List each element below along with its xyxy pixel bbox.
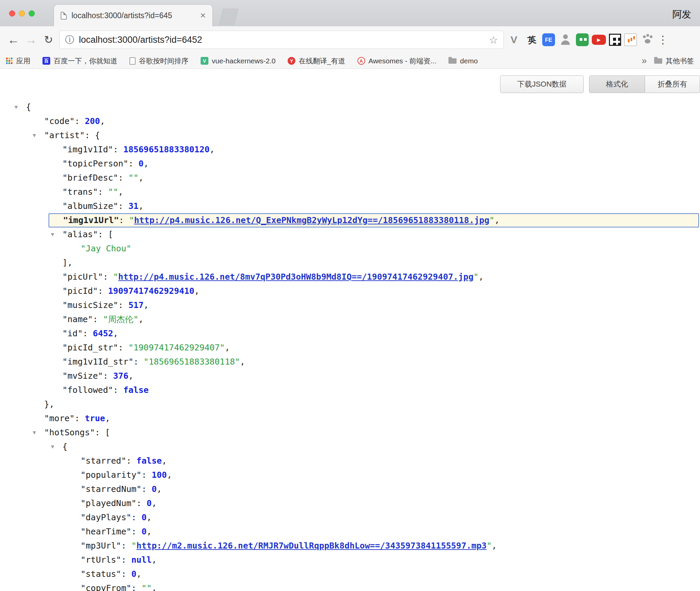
tab-close-icon[interactable]: × xyxy=(200,11,206,20)
json-token-bool: true xyxy=(85,413,105,423)
json-token-num: 0 xyxy=(132,569,137,579)
youdao-icon: Y xyxy=(288,57,295,65)
json-token-punct: : xyxy=(75,413,85,423)
json-token-punct: { xyxy=(26,102,31,112)
bookmark-item[interactable]: 谷歌按时间排序 xyxy=(129,56,188,66)
json-token-punct: : xyxy=(83,329,93,338)
json-token-punct: : xyxy=(121,555,131,565)
paw-icon[interactable] xyxy=(640,32,655,47)
green-extension-icon[interactable] xyxy=(576,33,589,46)
json-url-link[interactable]: http://p4.music.126.net/Q_ExePNkmgB2yWyL… xyxy=(134,215,490,225)
address-bar[interactable]: ⓘ localhost:3000/artists?id=6452 ☆ xyxy=(59,31,504,49)
json-line: "img1v1Id_str": "18569651883380118", xyxy=(0,355,700,369)
youdao-translate-pen-icon[interactable]: 英 xyxy=(524,32,539,47)
json-token-punct: , xyxy=(152,555,157,565)
fe-extension-icon[interactable]: FE xyxy=(542,33,555,46)
json-token-key: "picUrl" xyxy=(62,272,103,282)
collapse-all-button[interactable]: 折叠所有 xyxy=(645,75,700,93)
json-token-punct: : xyxy=(132,583,142,591)
json-token-punct: : xyxy=(118,343,128,352)
json-token-str: "19097417462929407" xyxy=(128,343,225,352)
collapse-arrow-icon[interactable]: ▼ xyxy=(51,227,54,242)
json-token-punct: , xyxy=(167,470,172,480)
youtube-icon[interactable]: ▶ xyxy=(592,35,606,45)
page-info-icon[interactable]: ⓘ xyxy=(65,34,74,46)
json-token-num: 0 xyxy=(147,498,152,508)
bookmark-item[interactable]: AAwesomes - 前端资... xyxy=(357,56,437,66)
youdao-translate-pen-icon-glyph: 英 xyxy=(527,35,536,44)
json-token-num: 0 xyxy=(142,527,147,536)
back-button[interactable]: ← xyxy=(5,33,22,47)
close-window-button[interactable] xyxy=(9,10,15,17)
json-line: "id": 6452, xyxy=(0,326,700,341)
minimize-window-button[interactable] xyxy=(19,10,25,17)
json-url-link[interactable]: http://p4.music.126.net/8mv7qP30Pd3oHW8b… xyxy=(118,272,474,282)
bookmark-item[interactable]: Y在线翻译_有道 xyxy=(288,56,345,66)
json-token-str: "" xyxy=(108,187,118,197)
json-line: ▼{ xyxy=(0,440,700,454)
reload-button[interactable]: ↻ xyxy=(40,33,57,46)
json-token-str: "" xyxy=(142,583,152,591)
apps-shortcut[interactable]: 应用 xyxy=(6,56,30,66)
collapse-arrow-icon[interactable]: ▼ xyxy=(51,440,54,454)
json-token-num: 0 xyxy=(139,159,144,168)
json-token-punct: : xyxy=(98,286,108,296)
awesomes-icon: A xyxy=(357,57,365,65)
browser-window: localhost:3000/artists?id=645 × 阿发 ← → ↻… xyxy=(0,0,700,591)
json-token-punct: ], xyxy=(62,258,72,268)
bookmark-item[interactable]: Vvue-hackernews-2.0 xyxy=(201,57,275,65)
collapse-arrow-icon[interactable]: ▼ xyxy=(33,128,36,143)
vimium-icon[interactable]: V xyxy=(506,32,521,47)
json-line: "copyFrom": "", xyxy=(0,581,700,591)
json-token-punct: : xyxy=(128,159,139,168)
bookmark-star-icon[interactable]: ☆ xyxy=(489,34,498,46)
bookmark-label: 百度一下，你就知道 xyxy=(54,56,117,66)
bookmarks-right: » 其他书签 xyxy=(642,56,694,66)
json-token-str: " xyxy=(129,215,134,225)
collapse-arrow-icon[interactable]: ▼ xyxy=(14,100,18,114)
json-line: ▼{ xyxy=(0,100,700,114)
json-token-key: "followed" xyxy=(62,385,113,395)
user-extension-icon[interactable] xyxy=(558,32,573,47)
player-icon[interactable] xyxy=(624,33,637,46)
json-token-key: "picId" xyxy=(62,286,98,296)
collapse-arrow-icon[interactable]: ▼ xyxy=(33,426,36,440)
bookmark-label: demo xyxy=(460,57,478,65)
json-token-punct: , xyxy=(137,569,142,579)
other-bookmarks[interactable]: 其他书签 xyxy=(654,56,694,66)
json-token-key: "more" xyxy=(44,413,75,423)
page-content: 下载JSON数据 格式化 折叠所有 ▼{"code": 200,▼"artist… xyxy=(0,69,700,591)
json-line: ▼"artist": { xyxy=(0,128,700,143)
forward-button[interactable]: → xyxy=(22,33,40,47)
json-token-key: "dayPlays" xyxy=(81,512,132,522)
browser-tab[interactable]: localhost:3000/artists?id=645 × xyxy=(54,5,212,26)
json-token-punct: : xyxy=(103,371,113,381)
new-tab-button[interactable] xyxy=(218,8,239,25)
menu-kebab-icon[interactable]: ⋮ xyxy=(658,33,668,46)
json-token-num: 0 xyxy=(142,512,147,522)
vue-icon: V xyxy=(201,57,208,65)
json-url-link[interactable]: http://m2.music.126.net/RMJR7wDullRqppBk… xyxy=(137,541,487,551)
profile-name[interactable]: 阿发 xyxy=(672,8,691,21)
json-line: "starred": false, xyxy=(0,454,700,468)
json-token-key: "alias" xyxy=(62,229,98,239)
bookmark-label: Awesomes - 前端资... xyxy=(369,56,437,66)
url-text[interactable]: localhost:3000/artists?id=6452 xyxy=(79,35,202,45)
bookmark-item[interactable]: demo xyxy=(448,57,478,65)
bookmark-item[interactable]: 百百度一下，你就知道 xyxy=(42,56,117,66)
download-json-button[interactable]: 下载JSON数据 xyxy=(500,75,584,93)
json-token-punct: , xyxy=(162,456,167,466)
navigation-bar: ← → ↻ ⓘ localhost:3000/artists?id=6452 ☆… xyxy=(0,26,700,53)
json-token-punct: : xyxy=(118,173,128,183)
bookmarks-overflow-icon[interactable]: » xyxy=(642,56,647,66)
tab-bar: localhost:3000/artists?id=645 × 阿发 xyxy=(0,0,700,26)
apps-grid-icon xyxy=(6,58,13,64)
json-token-punct: : [ xyxy=(95,428,110,437)
json-token-key: "hearTime" xyxy=(81,527,132,536)
zoom-window-button[interactable] xyxy=(29,10,35,17)
json-token-punct: , xyxy=(113,329,118,338)
format-button[interactable]: 格式化 xyxy=(589,75,645,93)
json-token-key: "name" xyxy=(62,314,93,324)
qrcode-icon[interactable] xyxy=(609,34,621,46)
json-token-punct: , xyxy=(147,512,152,522)
